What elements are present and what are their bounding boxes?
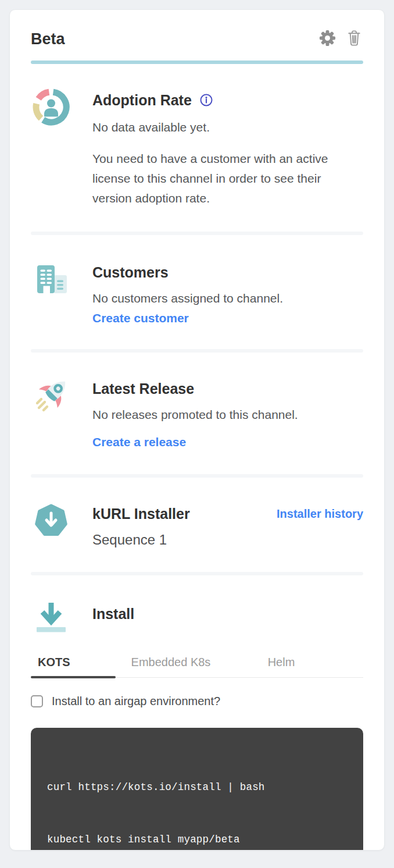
section-divider <box>31 572 363 575</box>
kurl-installer-section: kURL Installer Installer history Sequenc… <box>31 502 363 550</box>
channel-accent-bar <box>31 61 363 64</box>
tab-embedded-k8s[interactable]: Embedded K8s <box>116 650 226 677</box>
adoption-empty-message: No data available yet. <box>92 118 363 137</box>
tab-helm[interactable]: Helm <box>226 650 336 677</box>
command-line: kubectl kots install myapp/beta <box>47 831 347 848</box>
kurl-heptagon-download-icon <box>33 502 70 539</box>
installer-history-link[interactable]: Installer history <box>277 503 363 524</box>
install-body: Install <box>92 599 363 624</box>
customers-section: Customers No customers assigned to chann… <box>31 261 363 328</box>
command-line: curl https://kots.io/install | bash <box>47 778 347 796</box>
channel-card: Beta <box>9 9 385 851</box>
latest-release-title: Latest Release <box>92 378 363 399</box>
airgap-checkbox[interactable] <box>31 695 43 707</box>
section-divider <box>31 232 363 235</box>
latest-release-empty-message: No releases promoted to this channel. <box>92 405 363 425</box>
section-divider <box>31 474 363 478</box>
gear-icon <box>318 29 336 49</box>
adoption-description: You need to have a customer with an acti… <box>92 149 353 208</box>
install-section: Install KOTS Embedded K8s Helm Install t… <box>31 599 363 851</box>
channel-title: Beta <box>31 29 65 49</box>
kurl-installer-body: kURL Installer Installer history Sequenc… <box>92 502 363 550</box>
install-download-icon <box>33 599 70 636</box>
channel-settings-button[interactable] <box>318 29 336 49</box>
kurl-heading-row: kURL Installer Installer history <box>92 503 363 524</box>
customers-title: Customers <box>92 262 363 283</box>
delete-channel-button[interactable] <box>345 29 363 49</box>
airgap-row[interactable]: Install to an airgap environment? <box>31 694 363 708</box>
customers-building-icon <box>33 261 70 298</box>
adoption-rate-body: Adoption Rate No data available yet. You… <box>92 88 363 208</box>
install-command-block: curl https://kots.io/install | bash kube… <box>31 728 363 851</box>
installer-sequence: Sequence 1 <box>92 530 363 550</box>
info-icon[interactable] <box>199 93 213 107</box>
customers-body: Customers No customers assigned to chann… <box>92 261 363 328</box>
install-title: Install <box>92 603 363 624</box>
adoption-rate-section: Adoption Rate No data available yet. You… <box>31 88 363 208</box>
adoption-donut-icon <box>33 88 70 126</box>
latest-release-body: Latest Release No releases promoted to t… <box>92 377 363 452</box>
adoption-rate-title: Adoption Rate <box>92 90 363 111</box>
adoption-rate-title-text: Adoption Rate <box>92 90 192 111</box>
release-rocket-icon <box>33 377 70 414</box>
tab-kots[interactable]: KOTS <box>31 650 116 677</box>
section-divider <box>31 349 363 353</box>
trash-icon <box>345 29 363 49</box>
customers-empty-message: No customers assigned to channel. <box>92 289 363 308</box>
create-release-link[interactable]: Create a release <box>92 432 186 452</box>
latest-release-section: Latest Release No releases promoted to t… <box>31 377 363 452</box>
install-heading-row: Install <box>31 599 363 636</box>
create-customer-link[interactable]: Create customer <box>92 308 189 328</box>
airgap-label: Install to an airgap environment? <box>52 694 220 708</box>
header-actions <box>318 29 363 49</box>
card-header: Beta <box>31 29 363 49</box>
install-tabs: KOTS Embedded K8s Helm <box>31 650 363 678</box>
kurl-installer-title: kURL Installer <box>92 503 190 524</box>
